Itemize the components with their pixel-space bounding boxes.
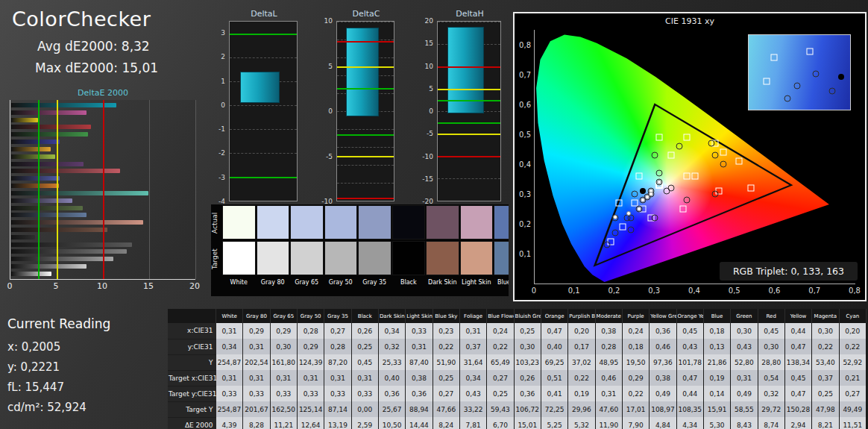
table-cell: 29,72 — [758, 401, 784, 417]
tick-label: 0 — [7, 281, 13, 291]
measured-marker — [611, 230, 618, 237]
actual-swatch[interactable] — [392, 205, 426, 239]
column-header: Yellow Green — [650, 309, 676, 323]
table-row: Target y:CIE310,330,330,330,330,330,330,… — [168, 386, 867, 401]
current-reading-title: Current Reading — [7, 316, 110, 331]
inset-measured-marker — [794, 83, 801, 90]
cie-chart-title: CIE 1931 xy — [515, 16, 865, 26]
tick-label: 20 — [189, 281, 200, 291]
table-cell: 0,24 — [487, 323, 514, 339]
swatch-label: White — [222, 277, 256, 289]
grayscale-trail-point — [637, 207, 641, 211]
table-cell: 0,38 — [650, 370, 676, 386]
cie-y-axis-labels: 0,80,70,60,50,40,30,20,1 — [516, 30, 532, 284]
target-marker — [684, 134, 691, 140]
actual-swatch[interactable] — [324, 205, 358, 239]
table-cell: 47,98 — [812, 401, 839, 417]
deltah-plot-area — [437, 21, 501, 201]
cie-plot-area — [534, 30, 855, 284]
swatch-label: Gray 35 — [358, 277, 391, 289]
table-cell: 15,01 — [514, 417, 541, 429]
tick-label: 0 — [221, 101, 225, 109]
table-cell: 0,34 — [459, 370, 486, 386]
tolerance-line — [337, 88, 394, 90]
table-cell: 0,24 — [622, 323, 649, 339]
table-cell: 0,44 — [676, 386, 703, 401]
table-cell: 0,19 — [568, 386, 595, 401]
deltal-axis-labels: 3210-1-2-3-4 — [211, 21, 227, 201]
table-row: y:CIE310,340,310,300,290,280,250,320,310… — [168, 339, 867, 354]
target-swatch[interactable] — [426, 241, 459, 275]
deltal-chart: DeltaL 3210-1-2-3-4 — [211, 9, 299, 206]
actual-swatch[interactable] — [358, 205, 391, 239]
tick-label: 5 — [328, 63, 333, 70]
inset-target-marker — [764, 78, 770, 85]
column-header: Magenta — [812, 309, 839, 323]
reading-y: y: 0,2221 — [7, 357, 110, 378]
target-swatch[interactable] — [494, 241, 509, 275]
actual-swatch[interactable] — [426, 205, 459, 239]
swatch-label: Gray 50 — [324, 277, 358, 289]
swatch-label: Black — [392, 277, 426, 289]
tolerance-line — [230, 34, 297, 35]
swatch-column: Gray 50 — [324, 205, 358, 296]
target-swatch[interactable] — [257, 241, 290, 275]
table-cell: 0,31 — [406, 339, 433, 354]
metrics-table-wrap: WhiteGray 80Gray 65Gray 50Gray 35BlackDa… — [168, 309, 867, 429]
inset-target-marker — [771, 54, 778, 61]
table-cell: 0,36 — [378, 386, 405, 401]
column-header: Dark Skin — [378, 309, 405, 323]
actual-swatch[interactable] — [222, 205, 256, 239]
gridline — [337, 183, 394, 184]
column-header: Blue Flower — [487, 309, 514, 323]
table-cell: 2,59 — [351, 417, 378, 429]
target-swatch[interactable] — [222, 241, 256, 275]
tick-label: 0 — [328, 107, 333, 115]
target-swatch[interactable] — [358, 241, 391, 275]
actual-swatch[interactable] — [494, 205, 509, 239]
target-swatch[interactable] — [392, 241, 426, 275]
deltae2000-x-axis-labels: 05101520 — [10, 281, 195, 292]
table-cell: 12,64 — [297, 417, 324, 429]
tick-label: 5 — [54, 281, 59, 291]
table-row: Y254,87202,54161,80124,3987,200,4525,338… — [168, 354, 867, 370]
deltae-bar — [11, 176, 60, 181]
current-reading-block: Current Reading x: 0,2005 y: 0,2221 fL: … — [7, 316, 110, 418]
tolerance-line — [337, 134, 394, 136]
actual-swatch[interactable] — [460, 205, 494, 239]
table-cell: 0,28 — [297, 323, 324, 339]
tolerance-line — [438, 100, 500, 101]
swatch-row-labels: Actual Target — [211, 204, 222, 296]
table-row: ΔE 20004,398,2811,2112,6413,192,5910,501… — [168, 417, 867, 429]
tolerance-line — [230, 177, 297, 178]
tick-label: 0,5 — [519, 131, 531, 139]
table-cell: 0,29 — [243, 323, 270, 339]
row-label: y:CIE31 — [168, 339, 216, 354]
gridline — [149, 100, 150, 279]
grayscale-trail-point — [649, 192, 653, 196]
table-cell: 0,00 — [351, 401, 378, 417]
target-swatch[interactable] — [290, 241, 324, 275]
column-header: Bluish Green — [514, 309, 541, 323]
tolerance-line — [337, 66, 394, 68]
table-cell: 87,14 — [324, 401, 351, 417]
column-header: Moderate Red — [595, 309, 622, 323]
target-marker — [720, 149, 726, 156]
table-cell: 108,97 — [650, 401, 676, 417]
swatch-column: Light Skin — [460, 205, 494, 296]
table-cell: 8,24 — [433, 417, 459, 429]
target-row-label: Target — [211, 241, 222, 278]
table-cell: 47,66 — [433, 401, 459, 417]
tick-label: 0,3 — [519, 190, 531, 198]
table-cell: 0,33 — [406, 323, 433, 339]
target-marker — [635, 173, 642, 180]
table-cell: 0,27 — [839, 386, 866, 401]
avg-de2000-value: Avg dE2000: 8,32 — [37, 39, 150, 54]
table-cell: 25,33 — [378, 354, 405, 370]
actual-swatch[interactable] — [290, 205, 324, 239]
target-swatch[interactable] — [324, 241, 358, 275]
swatch-column: Gray 80 — [257, 205, 290, 296]
target-swatch[interactable] — [460, 241, 494, 275]
table-cell: 108,35 — [676, 401, 703, 417]
actual-swatch[interactable] — [257, 205, 290, 239]
